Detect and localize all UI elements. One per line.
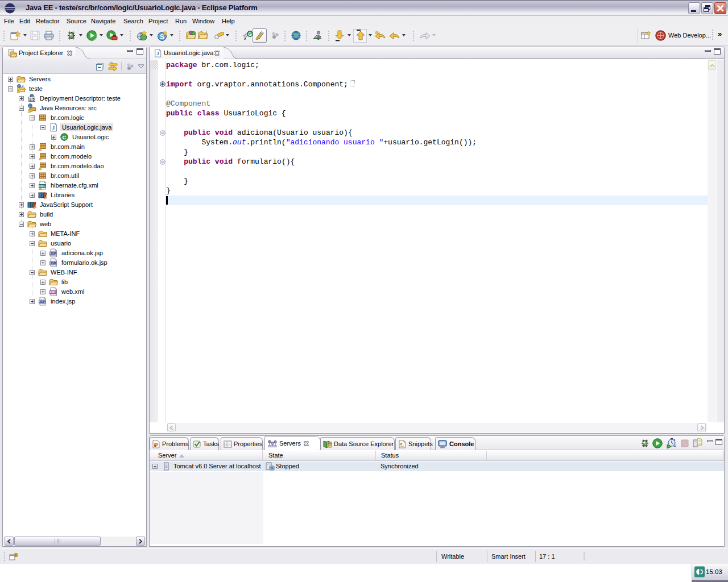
svg-text:JSP: JSP [50, 252, 56, 255]
svg-text:J: J [156, 51, 159, 56]
svg-text:JSP: JSP [39, 300, 46, 304]
svg-text:2.5: 2.5 [29, 97, 34, 101]
svg-text:XML: XML [39, 184, 46, 188]
svg-text:J: J [22, 84, 24, 88]
svg-text:J: J [52, 125, 55, 131]
svg-text:JSP: JSP [50, 261, 56, 265]
svg-text:XML: XML [49, 290, 56, 294]
svg-text:G: G [248, 31, 252, 37]
svg-text:C: C [63, 134, 67, 140]
